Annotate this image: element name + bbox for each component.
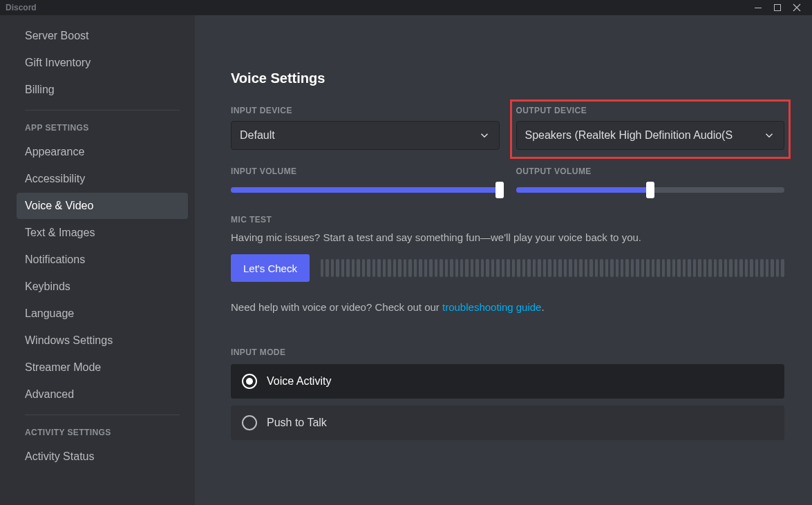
sidebar-divider — [25, 415, 180, 415]
titlebar: Discord — [0, 0, 812, 15]
label-input-device: INPUT DEVICE — [231, 106, 500, 115]
page-title: Voice Settings — [231, 70, 784, 86]
slider-thumb[interactable] — [646, 182, 654, 198]
select-output-device[interactable]: Speakers (Realtek High Definition Audio(… — [516, 121, 785, 150]
select-input-device-value: Default — [240, 129, 473, 142]
sidebar-item-streamer-mode[interactable]: Streamer Mode — [17, 354, 188, 381]
radio-label-voice-activity: Voice Activity — [267, 375, 331, 388]
highlight-output-device: OUTPUT DEVICE Speakers (Realtek High Def… — [510, 99, 791, 159]
sidebar-item-activity-status[interactable]: Activity Status — [17, 444, 188, 470]
chevron-down-icon — [763, 129, 775, 142]
sidebar-item-keybinds[interactable]: Keybinds — [17, 274, 188, 300]
slider-output-volume[interactable] — [516, 182, 785, 198]
label-input-volume: INPUT VOLUME — [231, 166, 500, 176]
sidebar-item-windows-settings[interactable]: Windows Settings — [17, 327, 188, 354]
label-input-mode: INPUT MODE — [231, 347, 784, 357]
text-mic-test-help: Having mic issues? Start a test and say … — [231, 231, 784, 243]
sidebar-item-language[interactable]: Language — [17, 301, 188, 327]
help-post: . — [541, 301, 544, 313]
help-pre: Need help with voice or video? Check out… — [231, 301, 442, 313]
lets-check-button[interactable]: Let's Check — [231, 254, 310, 282]
radio-voice-activity[interactable]: Voice Activity — [231, 364, 784, 399]
sidebar-item-advanced[interactable]: Advanced — [17, 381, 188, 408]
app-name: Discord — [6, 3, 37, 12]
label-output-volume: OUTPUT VOLUME — [516, 166, 785, 176]
help-row: Need help with voice or video? Check out… — [231, 301, 784, 313]
sidebar-item-billing[interactable]: Billing — [17, 77, 188, 103]
minimize-button[interactable] — [748, 0, 768, 15]
radio-label-push-to-talk: Push to Talk — [267, 417, 327, 429]
radio-icon — [242, 374, 257, 389]
radio-push-to-talk[interactable]: Push to Talk — [231, 406, 784, 440]
svg-rect-0 — [755, 8, 762, 8]
chevron-down-icon — [478, 129, 491, 142]
close-button[interactable] — [787, 0, 806, 15]
slider-thumb[interactable] — [495, 182, 504, 198]
sidebar-item-accessibility[interactable]: Accessibility — [17, 166, 188, 192]
radio-icon — [242, 415, 257, 430]
maximize-button[interactable] — [768, 0, 787, 15]
sidebar-heading-activity-settings: ACTIVITY SETTINGS — [17, 422, 188, 443]
select-output-device-value: Speakers (Realtek High Definition Audio(… — [525, 129, 758, 142]
sidebar-item-appearance[interactable]: Appearance — [17, 139, 188, 165]
sidebar-item-server-boost[interactable]: Server Boost — [17, 23, 188, 49]
content: Voice Settings INPUT DEVICE Default OUTP… — [195, 15, 812, 505]
slider-input-volume[interactable] — [231, 182, 500, 198]
sidebar: Server Boost Gift Inventory Billing APP … — [0, 15, 195, 505]
sidebar-item-notifications[interactable]: Notifications — [17, 247, 188, 273]
sidebar-item-voice-video[interactable]: Voice & Video — [17, 193, 188, 219]
select-input-device[interactable]: Default — [231, 121, 500, 150]
svg-rect-1 — [775, 5, 781, 11]
label-output-device: OUTPUT DEVICE — [516, 106, 785, 115]
label-mic-test: MIC TEST — [231, 215, 784, 225]
sidebar-item-text-images[interactable]: Text & Images — [17, 220, 188, 246]
sidebar-divider — [25, 110, 180, 111]
mic-test-meter — [321, 257, 784, 279]
sidebar-item-gift-inventory[interactable]: Gift Inventory — [17, 50, 188, 76]
troubleshooting-link[interactable]: troubleshooting guide — [442, 301, 541, 313]
sidebar-heading-app-settings: APP SETTINGS — [17, 117, 188, 138]
